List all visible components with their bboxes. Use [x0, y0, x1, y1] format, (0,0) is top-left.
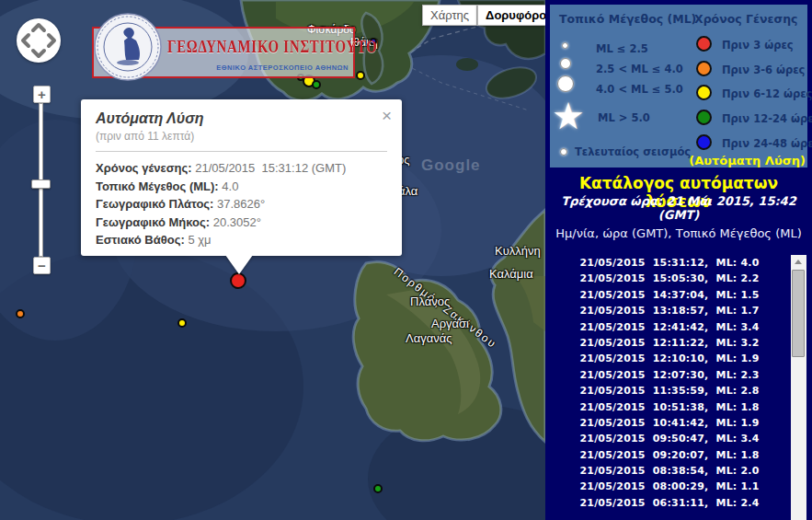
legend-magnitude-title: Τοπικό Μέγεθος (ML) [559, 12, 696, 26]
catalog-current-time: Τρέχουσα ώρα: 21 Μάι 2015, 15:42 (GMT) [545, 194, 812, 222]
auto-solution-label: (Αυτόματη Λύση) [689, 154, 806, 168]
map-type-switcher: Χάρτης Δορυφόρος [422, 5, 545, 26]
catalog-row: 21/05/2015 08:00:29, ML: 1.1 [549, 479, 790, 494]
catalog-row: 21/05/2015 12:11:22, ML: 3.2 [549, 335, 790, 351]
zoom-out-button[interactable]: − [33, 257, 51, 274]
close-icon[interactable]: × [382, 107, 392, 124]
pan-arrows-icon [17, 18, 61, 63]
time-label-3: Πριν 6-12 ώρες [722, 87, 812, 100]
legend-time-title: Χρόνος Γένεσης [694, 12, 797, 26]
time-label-4: Πριν 12-24 ώρες [722, 112, 812, 125]
catalog-row: 21/05/2015 13:18:57, ML: 1.7 [549, 303, 790, 318]
catalog-row: 21/05/2015 10:51:38, ML: 1.8 [549, 399, 790, 415]
magnitude-label-2: 2.5 < ML ≤ 4.0 [596, 63, 683, 75]
catalog-row: 21/05/2015 08:38:54, ML: 2.0 [549, 463, 790, 479]
map-pan-control[interactable] [17, 18, 61, 63]
map-canvas[interactable]: Google ΦισκάρδοΙθάκηοςάλαΚυλλήνηΚαλάμιαΠ… [0, 0, 545, 520]
catalog-row: 21/05/2015 11:35:59, ML: 2.8 [549, 383, 790, 399]
popup-divider [96, 151, 387, 152]
catalog-row: 21/05/2015 15:31:12, ML: 4.0 [549, 255, 790, 271]
popup-field-longitude: Γεωγραφικό Μήκος: 20.3052° [96, 214, 387, 232]
catalog-scrollbar[interactable] [791, 255, 806, 520]
magnitude-dot-medium [560, 58, 571, 69]
popup-subtitle: (πριν από 11 λεπτά) [96, 130, 387, 143]
quake-marker-latest-red[interactable] [230, 272, 246, 289]
catalog-row: 21/05/2015 10:41:42, ML: 1.9 [549, 415, 790, 431]
catalog-row: 21/05/2015 09:50:47, ML: 3.4 [549, 431, 790, 446]
legend-panel: Τοπικό Μέγεθος (ML) ML ≤ 2.5 2.5 < ML ≤ … [545, 0, 812, 172]
popup-title: Αυτόματη Λύση [96, 110, 387, 127]
magnitude-label-4: ML > 5.0 [598, 111, 650, 124]
magnitude-dot-small [562, 42, 568, 49]
time-dot-orange [696, 61, 712, 76]
scrollbar-up-icon[interactable] [791, 255, 806, 268]
place-label: Λαγανάς [406, 331, 452, 345]
catalog-row: 21/05/2015 12:07:30, ML: 2.3 [549, 367, 790, 383]
zoom-in-button[interactable]: + [33, 86, 51, 103]
popup-field-origin-time: Χρόνος γένεσης: 21/05/2015 15:31:12 (GMT… [96, 159, 387, 178]
quake-marker-green[interactable] [312, 80, 321, 89]
institute-title: ΓΕΩΔΥΝΑΜΙΚΟ ΙΝΣΤΙΤΟΥΤΟ [167, 37, 378, 57]
place-label: Πλάνος [410, 295, 450, 308]
popup-field-magnitude: Τοπικό Μέγεθος (ML): 4.0 [96, 178, 387, 196]
quake-marker-orange[interactable] [16, 309, 25, 318]
time-label-2: Πριν 3-6 ώρες [722, 64, 805, 76]
quake-marker-green[interactable] [373, 484, 383, 493]
magnitude-star-icon: ★ [548, 96, 589, 136]
place-label: Αργάσι [431, 317, 469, 330]
google-watermark: Google [421, 156, 481, 175]
quake-info-popup: × Αυτόματη Λύση (πριν από 11 λεπτά) Χρόν… [81, 99, 402, 256]
magnitude-label-1: ML ≤ 2.5 [596, 42, 648, 55]
time-dot-green [696, 110, 712, 125]
place-label: Κυλλήνη [495, 244, 541, 258]
popup-field-latitude: Γεωγραφικό Πλάτος: 37.8626° [96, 195, 387, 214]
geodynamic-institute-page: Google ΦισκάρδοΙθάκηοςάλαΚυλλήνηΚαλάμιαΠ… [0, 0, 812, 520]
place-label: Καλάμια [489, 267, 533, 281]
zoom-slider-handle[interactable] [31, 179, 51, 189]
satellite-view-button[interactable]: Δορυφόρος [477, 5, 545, 26]
catalog-row: 21/05/2015 15:05:30, ML: 2.2 [549, 271, 790, 286]
quake-marker-yellow[interactable] [356, 71, 365, 80]
catalog-columns-header: Ημ/νία, ώρα (GMT), Τοπικό Μέγεθος (ML) [545, 226, 812, 240]
side-panel: Τοπικό Μέγεθος (ML) ML ≤ 2.5 2.5 < ML ≤ … [545, 0, 812, 520]
quake-marker-yellow[interactable] [177, 318, 187, 328]
magnitude-dot-large [557, 75, 574, 92]
time-dot-red [696, 36, 712, 52]
last-quake-label: Τελευταίος σεισμός [575, 145, 691, 158]
catalog-row: 21/05/2015 12:10:10, ML: 1.9 [549, 351, 790, 366]
institute-subtitle: ΕΘΝΙΚΟ ΑΣΤΕΡΟΣΚΟΠΕΙΟ ΑΘΗΝΩΝ [216, 64, 349, 72]
time-dot-blue [696, 134, 712, 150]
institute-seal-icon [93, 12, 163, 82]
catalog-row: 21/05/2015 14:37:04, ML: 1.5 [549, 287, 790, 303]
time-label-1: Πριν 3 ώρες [722, 39, 794, 52]
catalog-row: 21/05/2015 09:20:07, ML: 1.8 [549, 447, 790, 463]
popup-tail [225, 255, 253, 274]
catalog-row: 21/05/2015 06:31:11, ML: 2.4 [549, 495, 790, 511]
last-quake-dot [560, 148, 567, 156]
popup-field-depth: Εστιακό Βάθος: 5 χμ [96, 231, 387, 249]
catalog-list: 21/05/2015 15:31:12, ML: 4.021/05/2015 1… [549, 255, 790, 511]
magnitude-label-3: 4.0 < ML ≤ 5.0 [596, 83, 683, 96]
catalog-row: 21/05/2015 12:41:42, ML: 3.4 [549, 319, 790, 335]
time-label-5: Πριν 24-48 ώρες [722, 137, 812, 150]
map-view-button[interactable]: Χάρτης [422, 5, 477, 26]
time-dot-yellow [696, 85, 712, 100]
scrollbar-thumb[interactable] [792, 270, 805, 357]
